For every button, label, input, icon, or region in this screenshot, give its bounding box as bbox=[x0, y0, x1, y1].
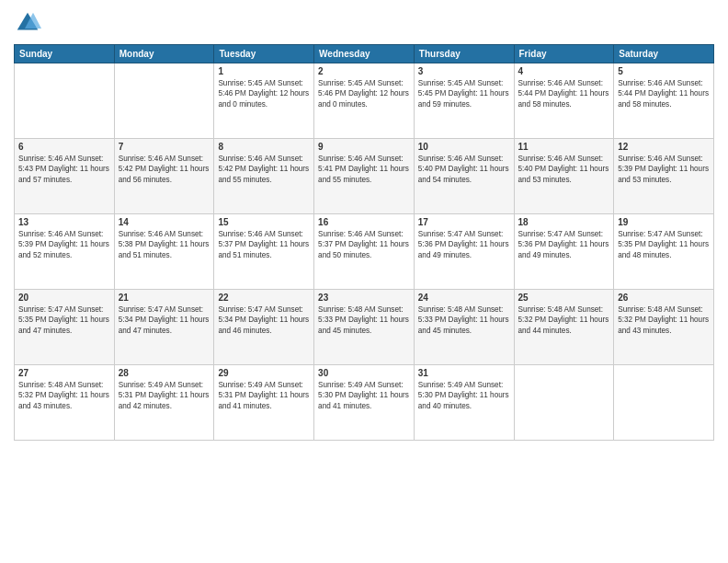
calendar-cell: 1Sunrise: 5:45 AM Sunset: 5:46 PM Daylig… bbox=[214, 63, 314, 139]
day-number: 3 bbox=[418, 66, 510, 76]
calendar-cell: 13Sunrise: 5:46 AM Sunset: 5:39 PM Dayli… bbox=[15, 214, 115, 290]
day-info: Sunrise: 5:47 AM Sunset: 5:34 PM Dayligh… bbox=[119, 304, 210, 336]
calendar-cell: 10Sunrise: 5:46 AM Sunset: 5:40 PM Dayli… bbox=[414, 139, 514, 214]
day-info: Sunrise: 5:47 AM Sunset: 5:36 PM Dayligh… bbox=[418, 229, 510, 260]
day-number: 1 bbox=[218, 66, 310, 76]
day-number: 12 bbox=[618, 142, 710, 152]
day-info: Sunrise: 5:45 AM Sunset: 5:46 PM Dayligh… bbox=[218, 78, 310, 109]
day-number: 6 bbox=[18, 142, 110, 152]
day-info: Sunrise: 5:46 AM Sunset: 5:42 PM Dayligh… bbox=[119, 154, 210, 185]
day-number: 17 bbox=[418, 217, 510, 227]
day-info: Sunrise: 5:46 AM Sunset: 5:40 PM Dayligh… bbox=[418, 154, 510, 185]
day-number: 22 bbox=[218, 293, 310, 303]
day-info: Sunrise: 5:48 AM Sunset: 5:32 PM Dayligh… bbox=[518, 304, 610, 336]
day-info: Sunrise: 5:46 AM Sunset: 5:39 PM Dayligh… bbox=[18, 229, 110, 260]
week-row-4: 20Sunrise: 5:47 AM Sunset: 5:35 PM Dayli… bbox=[15, 290, 714, 365]
calendar-cell: 17Sunrise: 5:47 AM Sunset: 5:36 PM Dayli… bbox=[414, 214, 514, 290]
logo-icon bbox=[14, 9, 41, 37]
calendar-cell: 8Sunrise: 5:46 AM Sunset: 5:42 PM Daylig… bbox=[214, 139, 314, 214]
day-info: Sunrise: 5:46 AM Sunset: 5:43 PM Dayligh… bbox=[18, 154, 110, 185]
day-number: 8 bbox=[218, 142, 310, 152]
day-number: 14 bbox=[119, 217, 210, 227]
day-info: Sunrise: 5:47 AM Sunset: 5:34 PM Dayligh… bbox=[218, 304, 310, 336]
calendar-cell: 26Sunrise: 5:48 AM Sunset: 5:32 PM Dayli… bbox=[614, 290, 714, 365]
day-number: 26 bbox=[618, 293, 710, 303]
calendar-cell: 29Sunrise: 5:49 AM Sunset: 5:31 PM Dayli… bbox=[214, 365, 314, 441]
calendar-cell: 19Sunrise: 5:47 AM Sunset: 5:35 PM Dayli… bbox=[614, 214, 714, 290]
day-info: Sunrise: 5:46 AM Sunset: 5:41 PM Dayligh… bbox=[318, 154, 410, 185]
day-number: 16 bbox=[318, 217, 410, 227]
calendar-cell: 23Sunrise: 5:48 AM Sunset: 5:33 PM Dayli… bbox=[314, 290, 415, 365]
day-number: 10 bbox=[418, 142, 510, 152]
calendar-cell: 11Sunrise: 5:46 AM Sunset: 5:40 PM Dayli… bbox=[514, 139, 614, 214]
day-number: 13 bbox=[18, 217, 110, 227]
week-row-1: 1Sunrise: 5:45 AM Sunset: 5:46 PM Daylig… bbox=[15, 63, 714, 139]
calendar-cell: 30Sunrise: 5:49 AM Sunset: 5:30 PM Dayli… bbox=[314, 365, 415, 441]
calendar-cell: 9Sunrise: 5:46 AM Sunset: 5:41 PM Daylig… bbox=[314, 139, 415, 214]
calendar-cell: 25Sunrise: 5:48 AM Sunset: 5:32 PM Dayli… bbox=[514, 290, 614, 365]
day-number: 27 bbox=[18, 368, 110, 378]
calendar-cell bbox=[114, 63, 214, 139]
calendar-cell: 6Sunrise: 5:46 AM Sunset: 5:43 PM Daylig… bbox=[15, 139, 115, 214]
calendar-cell: 4Sunrise: 5:46 AM Sunset: 5:44 PM Daylig… bbox=[514, 63, 614, 139]
day-number: 4 bbox=[518, 66, 610, 76]
calendar-cell: 28Sunrise: 5:49 AM Sunset: 5:31 PM Dayli… bbox=[114, 365, 214, 441]
day-number: 25 bbox=[518, 293, 610, 303]
week-row-2: 6Sunrise: 5:46 AM Sunset: 5:43 PM Daylig… bbox=[15, 139, 714, 214]
weekday-header-friday: Friday bbox=[514, 45, 614, 63]
day-info: Sunrise: 5:46 AM Sunset: 5:44 PM Dayligh… bbox=[618, 78, 710, 109]
calendar-cell: 20Sunrise: 5:47 AM Sunset: 5:35 PM Dayli… bbox=[15, 290, 115, 365]
calendar-cell: 15Sunrise: 5:46 AM Sunset: 5:37 PM Dayli… bbox=[214, 214, 314, 290]
week-row-3: 13Sunrise: 5:46 AM Sunset: 5:39 PM Dayli… bbox=[15, 214, 714, 290]
calendar-cell: 31Sunrise: 5:49 AM Sunset: 5:30 PM Dayli… bbox=[414, 365, 514, 441]
calendar-cell: 5Sunrise: 5:46 AM Sunset: 5:44 PM Daylig… bbox=[614, 63, 714, 139]
day-info: Sunrise: 5:46 AM Sunset: 5:38 PM Dayligh… bbox=[119, 229, 210, 260]
calendar-cell bbox=[614, 365, 714, 441]
day-info: Sunrise: 5:48 AM Sunset: 5:32 PM Dayligh… bbox=[18, 380, 110, 411]
day-number: 31 bbox=[418, 368, 510, 378]
day-number: 5 bbox=[618, 66, 710, 76]
calendar-cell: 27Sunrise: 5:48 AM Sunset: 5:32 PM Dayli… bbox=[15, 365, 115, 441]
day-number: 21 bbox=[119, 293, 210, 303]
day-number: 20 bbox=[18, 293, 110, 303]
day-info: Sunrise: 5:45 AM Sunset: 5:45 PM Dayligh… bbox=[418, 78, 510, 109]
calendar-cell: 18Sunrise: 5:47 AM Sunset: 5:36 PM Dayli… bbox=[514, 214, 614, 290]
day-number: 23 bbox=[318, 293, 410, 303]
weekday-header-thursday: Thursday bbox=[414, 45, 514, 63]
day-info: Sunrise: 5:46 AM Sunset: 5:39 PM Dayligh… bbox=[618, 154, 710, 185]
weekday-header-tuesday: Tuesday bbox=[214, 45, 314, 63]
day-info: Sunrise: 5:46 AM Sunset: 5:40 PM Dayligh… bbox=[518, 154, 610, 185]
weekday-header-wednesday: Wednesday bbox=[314, 45, 415, 63]
day-number: 11 bbox=[518, 142, 610, 152]
calendar-cell: 2Sunrise: 5:45 AM Sunset: 5:46 PM Daylig… bbox=[314, 63, 415, 139]
weekday-header-sunday: Sunday bbox=[15, 45, 115, 63]
calendar-cell: 7Sunrise: 5:46 AM Sunset: 5:42 PM Daylig… bbox=[114, 139, 214, 214]
page: SundayMondayTuesdayWednesdayThursdayFrid… bbox=[0, 0, 728, 563]
calendar-cell: 16Sunrise: 5:46 AM Sunset: 5:37 PM Dayli… bbox=[314, 214, 415, 290]
day-info: Sunrise: 5:46 AM Sunset: 5:37 PM Dayligh… bbox=[218, 229, 310, 260]
day-info: Sunrise: 5:48 AM Sunset: 5:33 PM Dayligh… bbox=[318, 304, 410, 336]
day-number: 19 bbox=[618, 217, 710, 227]
day-info: Sunrise: 5:46 AM Sunset: 5:37 PM Dayligh… bbox=[318, 229, 410, 260]
day-info: Sunrise: 5:49 AM Sunset: 5:30 PM Dayligh… bbox=[318, 380, 410, 411]
day-number: 24 bbox=[418, 293, 510, 303]
week-row-5: 27Sunrise: 5:48 AM Sunset: 5:32 PM Dayli… bbox=[15, 365, 714, 441]
day-info: Sunrise: 5:48 AM Sunset: 5:33 PM Dayligh… bbox=[418, 304, 510, 336]
calendar-cell bbox=[514, 365, 614, 441]
day-info: Sunrise: 5:45 AM Sunset: 5:46 PM Dayligh… bbox=[318, 78, 410, 109]
calendar-cell: 12Sunrise: 5:46 AM Sunset: 5:39 PM Dayli… bbox=[614, 139, 714, 214]
day-number: 2 bbox=[318, 66, 410, 76]
day-info: Sunrise: 5:47 AM Sunset: 5:35 PM Dayligh… bbox=[18, 304, 110, 336]
day-number: 7 bbox=[119, 142, 210, 152]
logo bbox=[14, 9, 45, 37]
calendar-cell: 3Sunrise: 5:45 AM Sunset: 5:45 PM Daylig… bbox=[414, 63, 514, 139]
day-number: 18 bbox=[518, 217, 610, 227]
weekday-header-saturday: Saturday bbox=[614, 45, 714, 63]
day-info: Sunrise: 5:49 AM Sunset: 5:31 PM Dayligh… bbox=[119, 380, 210, 411]
day-info: Sunrise: 5:48 AM Sunset: 5:32 PM Dayligh… bbox=[618, 304, 710, 336]
weekday-header-row: SundayMondayTuesdayWednesdayThursdayFrid… bbox=[15, 45, 714, 63]
day-number: 15 bbox=[218, 217, 310, 227]
calendar-cell: 21Sunrise: 5:47 AM Sunset: 5:34 PM Dayli… bbox=[114, 290, 214, 365]
day-info: Sunrise: 5:46 AM Sunset: 5:44 PM Dayligh… bbox=[518, 78, 610, 109]
day-info: Sunrise: 5:46 AM Sunset: 5:42 PM Dayligh… bbox=[218, 154, 310, 185]
